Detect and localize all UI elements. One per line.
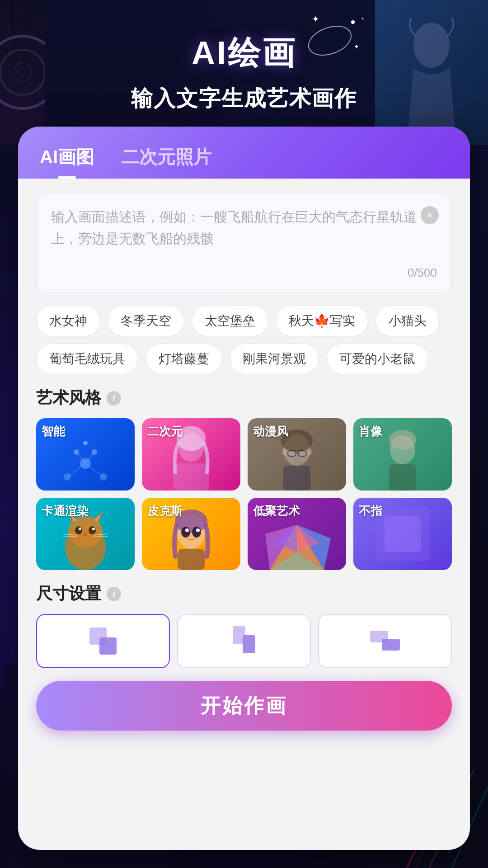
svg-rect-67 <box>178 549 205 570</box>
svg-point-54 <box>79 528 81 530</box>
tag-winter-sky[interactable]: 冬季天空 <box>108 306 184 336</box>
tags-row-1: 水女神 冬季天空 太空堡垒 秋天🍁写实 小猫头 <box>36 306 452 336</box>
tag-lighthouse-vine[interactable]: 灯塔藤蔓 <box>145 344 222 374</box>
text-input-clear-button[interactable]: × <box>421 206 439 224</box>
svg-line-32 <box>76 443 85 452</box>
svg-rect-75 <box>385 516 421 552</box>
svg-point-44 <box>389 430 416 450</box>
size-portrait-icon <box>228 625 260 657</box>
style-manga[interactable]: 动漫风 <box>248 418 346 491</box>
svg-point-64 <box>192 527 201 538</box>
style-smart[interactable]: 智能 <box>36 418 135 491</box>
tag-space-fortress[interactable]: 太空堡垒 <box>192 306 268 336</box>
svg-point-65 <box>185 528 189 532</box>
size-landscape-icon <box>369 625 401 657</box>
size-settings-title: 尺寸设置 i <box>36 583 452 605</box>
svg-rect-40 <box>298 451 306 456</box>
svg-rect-81 <box>382 639 400 651</box>
size-landscape[interactable] <box>318 614 452 668</box>
art-style-info-icon[interactable]: i <box>107 391 121 406</box>
size-square-icon <box>87 625 119 657</box>
tag-water-goddess[interactable]: 水女神 <box>36 306 100 336</box>
art-style-title: 艺术风格 i <box>36 387 452 409</box>
card-content: 输入画面描述语，例如：一艘飞船航行在巨大的气态行星轨道上，旁边是无数飞船的残骸 … <box>18 179 470 843</box>
text-input-count: 0/500 <box>51 266 437 280</box>
tag-congo-landscape[interactable]: 刚果河景观 <box>230 344 319 374</box>
size-portrait[interactable] <box>177 614 311 668</box>
style-anime[interactable]: 二次元 <box>142 418 240 491</box>
svg-line-28 <box>67 463 85 477</box>
svg-point-66 <box>196 528 200 532</box>
size-grid <box>36 614 452 668</box>
tab-ai-draw[interactable]: AI画图 <box>40 145 94 179</box>
header: ✦ ✦ • AI绘画 输入文字生成艺术画作 <box>0 0 488 145</box>
header-title: AI绘画 <box>192 32 296 75</box>
svg-point-53 <box>89 526 96 534</box>
style-nospec[interactable]: 不指 <box>353 498 452 570</box>
tag-cute-mouse[interactable]: 可爱的小老鼠 <box>326 344 428 374</box>
tag-autumn-realistic[interactable]: 秋天🍁写实 <box>276 306 368 336</box>
size-info-icon[interactable]: i <box>107 587 121 601</box>
svg-rect-77 <box>99 637 117 655</box>
header-subtitle: 输入文字生成艺术画作 <box>131 84 357 113</box>
tab-anime-photo[interactable]: 二次元照片 <box>121 145 211 179</box>
style-lowpoly[interactable]: 低聚艺术 <box>248 498 346 570</box>
svg-line-33 <box>85 443 94 452</box>
style-portrait[interactable]: 肖像 <box>353 418 452 491</box>
svg-rect-39 <box>288 451 296 456</box>
tag-grape-plush[interactable]: 葡萄毛绒玩具 <box>36 344 138 374</box>
tabs-container: AI画图 二次元照片 <box>40 145 448 179</box>
tags-row-2: 葡萄毛绒玩具 灯塔藤蔓 刚果河景观 可爱的小老鼠 <box>36 344 452 374</box>
size-square[interactable] <box>36 614 170 668</box>
main-card: AI画图 二次元照片 输入画面描述语，例如：一艘飞船航行在巨大的气态行星轨道上，… <box>18 127 470 850</box>
svg-rect-42 <box>283 466 310 491</box>
svg-point-63 <box>181 527 190 538</box>
svg-rect-45 <box>389 464 416 491</box>
svg-point-56 <box>84 533 87 536</box>
style-cartoon[interactable]: 卡通渲染 <box>36 498 135 570</box>
style-grid-row1: 智能 <box>36 418 452 491</box>
svg-point-55 <box>92 528 95 530</box>
tag-kitten[interactable]: 小猫头 <box>375 306 440 336</box>
orbit-decoration: ✦ ✦ • <box>307 18 361 54</box>
svg-line-29 <box>85 463 103 477</box>
text-input-area[interactable]: 输入画面描述语，例如：一艘飞船航行在巨大的气态行星轨道上，旁边是无数飞船的残骸 … <box>36 193 452 293</box>
svg-rect-79 <box>243 635 255 653</box>
style-pixel[interactable]: 皮克斯 <box>142 498 240 570</box>
text-input-placeholder: 输入画面描述语，例如：一艘飞船航行在巨大的气态行星轨道上，旁边是无数飞船的残骸 <box>51 206 437 260</box>
svg-rect-36 <box>173 463 209 491</box>
start-painting-button[interactable]: 开始作画 <box>36 681 452 731</box>
style-grid-row2: 卡通渲染 <box>36 498 452 570</box>
svg-point-52 <box>75 526 82 534</box>
